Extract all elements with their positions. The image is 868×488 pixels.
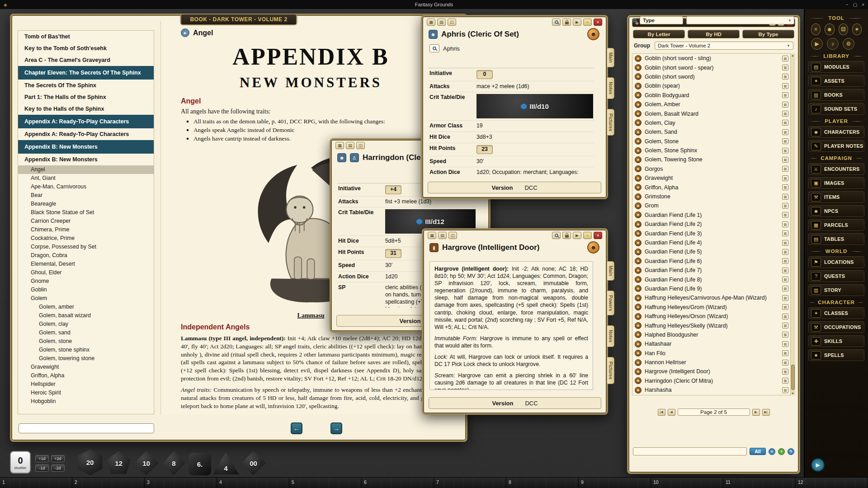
- token-grid-icon[interactable]: ▦: [782, 148, 788, 154]
- stat-value[interactable]: 3d8+3: [476, 134, 593, 141]
- toc-item[interactable]: Golem, stone sphinx: [18, 346, 154, 354]
- stat-value[interactable]: 0: [476, 70, 593, 79]
- toc-item[interactable]: Chimera, Prime: [18, 225, 154, 234]
- window-tab[interactable]: Powers: [607, 291, 614, 316]
- toc-item[interactable]: Gnome: [18, 277, 154, 286]
- token-grid-icon[interactable]: ▦: [782, 194, 788, 200]
- sidebar-item[interactable]: ▤TABLES: [808, 233, 864, 245]
- toc-item[interactable]: Corpse, Possessed by Set: [18, 243, 154, 251]
- hotbar-slot[interactable]: 5: [289, 478, 362, 488]
- npc-list-item[interactable]: ☻ Guardian Fiend (Life 6) ▦: [632, 257, 795, 266]
- npc-list-item[interactable]: ☻ Gorgos ▦: [632, 164, 795, 174]
- panel-icon[interactable]: ◫: [448, 232, 457, 239]
- token-grid-icon[interactable]: ▦: [782, 341, 788, 347]
- toc-item[interactable]: Key to the Tomb of Soth'esehk: [18, 42, 154, 54]
- token-grid-icon[interactable]: ▦: [782, 83, 788, 89]
- npc-list-item[interactable]: ☻ Hannon Hellriser ▦: [632, 358, 795, 367]
- npc-list-item[interactable]: ☻ Halphed Bloodgusher ▦: [632, 330, 795, 339]
- toc-item[interactable]: Appendix B: New Monsters: [18, 140, 154, 154]
- stat-value[interactable]: 1d20; Occupation: merchant; Languages: C…: [476, 169, 593, 175]
- npc-list-item[interactable]: ☻ Haffrung Helleyes/Orson (Wizard) ▦: [632, 312, 795, 321]
- npc-list-item[interactable]: ☻ Goblin (short sword) ▦: [632, 72, 795, 81]
- npc-list-item[interactable]: ☻ Goblin (spear) ▦: [632, 81, 795, 90]
- token-grid-icon[interactable]: ▦: [782, 65, 788, 70]
- npc-list-item[interactable]: ☻ Harshasha ▦: [632, 385, 795, 394]
- npc-list-item[interactable]: ☻ Han Filo ▦: [632, 349, 795, 358]
- token-icon[interactable]: ▦: [335, 142, 344, 149]
- toc-item[interactable]: Heroic Spirit: [18, 389, 154, 397]
- panel-icon[interactable]: ◫: [356, 142, 365, 149]
- modifier-button[interactable]: +1d: [35, 455, 49, 462]
- token-grid-icon[interactable]: ▦: [782, 323, 788, 328]
- hotbar-slot[interactable]: 12: [796, 478, 868, 488]
- record-link-icon[interactable]: [429, 44, 439, 52]
- sidebar-item[interactable]: ☻NPCS: [808, 205, 864, 217]
- token-grid-icon[interactable]: ▦: [782, 212, 788, 218]
- minimize-icon[interactable]: −: [583, 232, 592, 239]
- npc-list-item[interactable]: ☻ Guardian Fiend (Life 2) ▦: [632, 220, 795, 229]
- token-grid-icon[interactable]: ▦: [782, 360, 788, 366]
- npc-token-badge[interactable]: ☻: [587, 241, 599, 253]
- token-grid-icon[interactable]: ▦: [782, 314, 788, 319]
- tool-button[interactable]: ✦: [852, 23, 862, 35]
- tool-button[interactable]: ▶: [811, 38, 823, 50]
- token-grid-icon[interactable]: ▦: [782, 184, 788, 190]
- zoom-icon[interactable]: [552, 232, 561, 239]
- story-link-icon[interactable]: ▸: [181, 28, 189, 37]
- lock-icon[interactable]: [562, 232, 571, 239]
- tool-button[interactable]: ⚄: [839, 23, 848, 35]
- maximize-icon[interactable]: ▢: [853, 2, 857, 7]
- hotbar-slot[interactable]: 4: [217, 478, 289, 488]
- toc-item[interactable]: Tomb of Bas'thet: [18, 31, 154, 42]
- sidebar-item[interactable]: ☻CHARACTERS: [808, 126, 864, 138]
- edit-icon[interactable]: ✎: [788, 448, 794, 455]
- play-button[interactable]: ▶: [811, 458, 825, 472]
- npc-list-item[interactable]: ☻ Golem, Clay ▦: [632, 118, 795, 127]
- npc-list-item[interactable]: ☻ Grimstone ▦: [632, 192, 795, 201]
- scroll-down-icon[interactable]: ▼: [791, 392, 794, 395]
- token-grid-icon[interactable]: ▦: [782, 92, 788, 98]
- zoom-icon[interactable]: [552, 19, 561, 26]
- npc-list-item[interactable]: ☻ Haffrung Helleyes/Skelly (Wizard) ▦: [632, 321, 795, 330]
- share-icon[interactable]: ▶: [573, 19, 581, 26]
- stat-value[interactable]: mace +2 melee (1d6): [476, 83, 593, 90]
- token-grid-icon[interactable]: ▦: [782, 166, 788, 172]
- sidebar-item[interactable]: ✎PLAYER NOTES: [808, 140, 864, 152]
- token-grid-icon[interactable]: ▦: [782, 258, 788, 264]
- book-search-input[interactable]: [19, 423, 154, 433]
- die[interactable]: 8: [161, 451, 187, 475]
- sidebar-item[interactable]: ✦ASSETS: [808, 75, 864, 87]
- toc-item[interactable]: Golem, clay: [18, 320, 154, 328]
- sidebar-item[interactable]: ♪SOUND SETS: [808, 103, 864, 115]
- all-button[interactable]: All: [750, 448, 766, 455]
- scroll-up-icon[interactable]: ▲: [791, 54, 794, 57]
- stat-value[interactable]: 30': [476, 158, 593, 165]
- hotbar-slot[interactable]: 10: [651, 478, 723, 488]
- token-grid-icon[interactable]: ▦: [782, 175, 788, 181]
- die[interactable]: 10: [133, 451, 159, 475]
- token-grid-icon[interactable]: ▦: [782, 111, 788, 117]
- toc-item[interactable]: Area C - The Camel's Graveyard: [18, 54, 154, 66]
- tool-button[interactable]: ×: [811, 23, 821, 35]
- sidebar-item[interactable]: ✶CLASSES: [808, 307, 864, 319]
- toc-item[interactable]: Appendix B: New Monsters: [18, 154, 154, 165]
- panel-icon[interactable]: ◫: [448, 19, 456, 26]
- npc-list-item[interactable]: ☻ Guardian Fiend (Life 4) ▦: [632, 238, 795, 247]
- token-grid-icon[interactable]: ▦: [782, 249, 788, 255]
- token-grid-icon[interactable]: ▦: [782, 120, 788, 126]
- hotbar-slot[interactable]: 3: [145, 478, 217, 488]
- sidebar-item[interactable]: ▣IMAGES: [808, 177, 864, 189]
- token-grid-icon[interactable]: ▦: [782, 138, 788, 144]
- toc-item[interactable]: Griffon, Alpha: [18, 371, 154, 380]
- filter-tab[interactable]: By Type: [742, 30, 794, 38]
- token-grid-icon[interactable]: ▦: [782, 267, 788, 273]
- hotbar-slot[interactable]: 2: [72, 478, 145, 488]
- filter-dropdown[interactable]: ▼: [686, 16, 794, 24]
- hotbar-slot[interactable]: 8: [506, 478, 579, 488]
- list-scrollbar[interactable]: ▲ ▼: [790, 53, 795, 395]
- npc-token-badge[interactable]: ☻: [587, 28, 599, 40]
- window-tab[interactable]: Notes: [607, 77, 614, 99]
- npc-list-item[interactable]: ☻ Golem, Towering Stone ▦: [632, 155, 795, 164]
- last-page-button[interactable]: ▶|: [762, 409, 770, 416]
- token-grid-icon[interactable]: ▦: [782, 157, 788, 163]
